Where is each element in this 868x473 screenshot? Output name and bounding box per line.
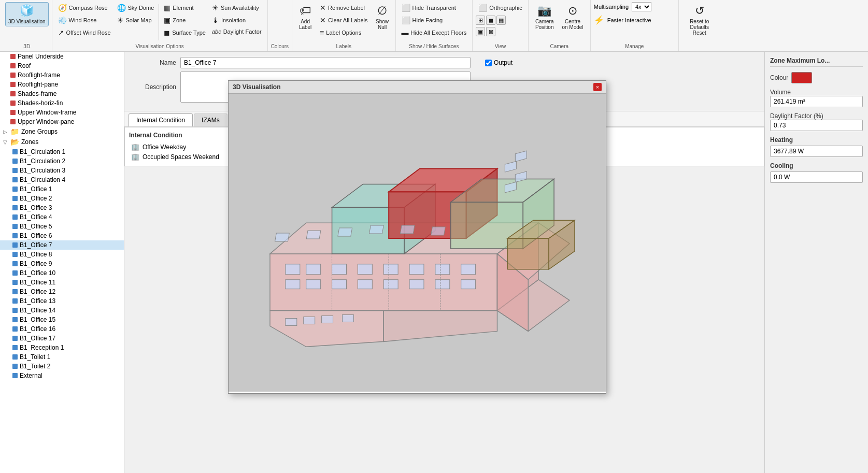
daylight-factor-button[interactable]: abc Daylight Factor — [209, 27, 264, 36]
tree-item-b1-office12[interactable]: B1_Office 12 — [0, 287, 124, 296]
tree-item-label: Shades-horiz-fin — [18, 99, 63, 107]
output-checkbox[interactable] — [485, 60, 492, 66]
tree-item-external[interactable]: External — [0, 371, 124, 380]
sep1 — [159, 4, 159, 40]
sun-availability-button[interactable]: ☀ Sun Availability — [209, 2, 264, 13]
view-grid2-button[interactable]: ◼ — [486, 16, 495, 25]
camera-position-button[interactable]: 📷 CameraPosition — [532, 2, 557, 32]
hide-except-floors-icon: ▬ — [402, 28, 409, 37]
tree-item-rooflight-frame[interactable]: Rooflight-frame — [0, 70, 124, 80]
tree-item-b1-circ4[interactable]: B1_Circulation 4 — [0, 175, 124, 184]
3d-vis-label: 3D Visualisation — [8, 19, 46, 24]
tree-item-b1-office1[interactable]: B1_Office 1 — [0, 184, 124, 194]
view-grid1-button[interactable]: ⊞ — [476, 16, 485, 25]
tree-item-shades-frame[interactable]: Shades-frame — [0, 89, 124, 98]
tree-item-upper-window-frame[interactable]: Upper Window-frame — [0, 108, 124, 117]
hide-transparent-button[interactable]: ⬜ Hide Transparent — [399, 2, 469, 13]
tree-item-label: Shades-frame — [18, 90, 56, 97]
volume-input[interactable] — [770, 96, 863, 107]
compass-rose-group: 🧭 Compass Rose 💨 Wind Rose ↗ Offset Wind… — [55, 2, 113, 38]
orthographic-button[interactable]: ⬜ Orthographic — [476, 2, 525, 13]
offset-wind-rose-button[interactable]: ↗ Offset Wind Rose — [55, 27, 113, 38]
colour-swatch[interactable] — [791, 72, 812, 83]
solar-map-button[interactable]: ☀ Solar Map — [115, 15, 157, 26]
view-grid4-button[interactable]: ▣ — [476, 27, 485, 36]
svg-rect-38 — [369, 225, 384, 234]
tree-item-zones[interactable]: ▽ 📂 Zones — [0, 137, 124, 147]
surface-type-label: Surface Type — [172, 30, 206, 36]
tree-item-b1-office14[interactable]: B1_Office 14 — [0, 306, 124, 315]
reset-to-defaults-button[interactable]: ↺ Reset toDefaultsReset — [687, 2, 712, 38]
3d-visualisation-button[interactable]: 🧊 3D Visualisation — [5, 2, 49, 26]
zone-dot — [12, 317, 18, 322]
tree-item-b1-office8[interactable]: B1_Office 8 — [0, 250, 124, 259]
tree-item-b1-office4[interactable]: B1_Office 4 — [0, 212, 124, 222]
view-grid3-button[interactable]: ▦ — [496, 16, 506, 25]
tree-item-rooflight-pane[interactable]: Rooflight-pane — [0, 80, 124, 89]
label-options-button[interactable]: ≡ Label Options — [317, 27, 370, 38]
tree-item-b1-circ1[interactable]: B1_Circulation 1 — [0, 147, 124, 156]
tree-item-b1-toilet2[interactable]: B1_Toilet 2 — [0, 362, 124, 371]
surface-color-dot — [10, 119, 16, 124]
heating-input[interactable] — [770, 146, 863, 157]
tree-item-b1-office7[interactable]: B1_Office 7 — [0, 240, 124, 250]
lightning-icon: ⚡ — [594, 15, 604, 25]
sky-dome-button[interactable]: 🌐 Sky Dome — [115, 2, 157, 13]
surface-color-dot — [10, 91, 16, 96]
zones-expand: ▽ — [2, 139, 8, 145]
tree-item-b1-circ3[interactable]: B1_Circulation 3 — [0, 166, 124, 175]
tree-item-b1-office6[interactable]: B1_Office 6 — [0, 231, 124, 240]
centre-on-model-button[interactable]: ⊙ Centreon Model — [559, 2, 586, 32]
svg-rect-39 — [400, 225, 415, 234]
zone-dot — [12, 326, 18, 332]
tree-item-shades-horiz-fin[interactable]: Shades-horiz-fin — [0, 98, 124, 108]
tree-item-label: B1_Toilet 1 — [20, 353, 50, 361]
tree-item-b1-toilet1[interactable]: B1_Toilet 1 — [0, 352, 124, 362]
tree-item-b1-office15[interactable]: B1_Office 15 — [0, 315, 124, 324]
tree-item-b1-office3[interactable]: B1_Office 3 — [0, 203, 124, 212]
hide-except-floors-button[interactable]: ▬ Hide All Except Floors — [399, 27, 469, 38]
wind-rose-button[interactable]: 💨 Wind Rose — [55, 15, 113, 26]
sky-dome-label: Sky Dome — [128, 5, 154, 11]
tree-item-upper-window-pane[interactable]: Upper Window-pane — [0, 117, 124, 126]
compass-rose-button[interactable]: 🧭 Compass Rose — [55, 2, 113, 13]
centre-on-model-label: Centreon Model — [562, 19, 583, 30]
colours-group2: ☀ Sun Availability 🌡 Insolation abc Dayl… — [209, 2, 264, 36]
hide-facing-button[interactable]: ⬜ Hide Facing — [399, 15, 469, 26]
view-grid5-button[interactable]: ⊠ — [486, 27, 495, 36]
tree-item-roof[interactable]: Roof — [0, 61, 124, 70]
tree-item-b1-office17[interactable]: B1_Office 17 — [0, 334, 124, 343]
tree-item-b1-office16[interactable]: B1_Office 16 — [0, 324, 124, 334]
insolation-button[interactable]: 🌡 Insolation — [209, 15, 264, 26]
tree-item-b1-office13[interactable]: B1_Office 13 — [0, 296, 124, 306]
clear-labels-button[interactable]: ✕ Clear All Labels — [317, 15, 370, 26]
tree-item-b1-office5[interactable]: B1_Office 5 — [0, 222, 124, 231]
tree-item-b1-office2[interactable]: B1_Office 2 — [0, 194, 124, 203]
tree-item-panel-underside[interactable]: Panel Underside — [0, 52, 124, 61]
zone-dot — [12, 159, 18, 164]
tree-item-b1-office10[interactable]: B1_Office 10 — [0, 268, 124, 278]
remove-label-button[interactable]: ✕ Remove Label — [317, 2, 370, 13]
multisampling-select[interactable]: 4x 2x 8x — [632, 2, 651, 11]
tree-item-b1-circ2[interactable]: B1_Circulation 2 — [0, 156, 124, 166]
zone-dot — [12, 261, 18, 266]
surface-type-button[interactable]: ◼ Surface Type — [161, 27, 208, 38]
svg-rect-35 — [275, 233, 290, 241]
name-label: Name — [130, 59, 176, 66]
show-null-button[interactable]: ∅ ShowNull — [373, 2, 392, 32]
element-button[interactable]: ▦ Element — [161, 2, 208, 13]
add-label-button[interactable]: 🏷 AddLabel — [295, 2, 315, 32]
reset-label: Reset toDefaultsReset — [690, 19, 709, 36]
tab-izams[interactable]: IZAMs — [194, 113, 227, 126]
daylight-factor-input[interactable] — [770, 120, 863, 131]
svg-rect-25 — [435, 264, 450, 275]
tree-item-b1-office9[interactable]: B1_Office 9 — [0, 259, 124, 268]
tree-item-b1-office11[interactable]: B1_Office 11 — [0, 278, 124, 287]
tree-item-zone-groups[interactable]: ▷ 📁 Zone Groups — [0, 126, 124, 137]
zone-button[interactable]: ▣ Zone — [161, 15, 208, 26]
viz-close-button[interactable]: × — [593, 83, 602, 91]
name-input[interactable] — [180, 57, 471, 68]
tree-item-b1-reception[interactable]: B1_Reception 1 — [0, 343, 124, 352]
tab-internal-condition[interactable]: Internal Condition — [129, 113, 193, 126]
cooling-input[interactable] — [770, 171, 863, 183]
